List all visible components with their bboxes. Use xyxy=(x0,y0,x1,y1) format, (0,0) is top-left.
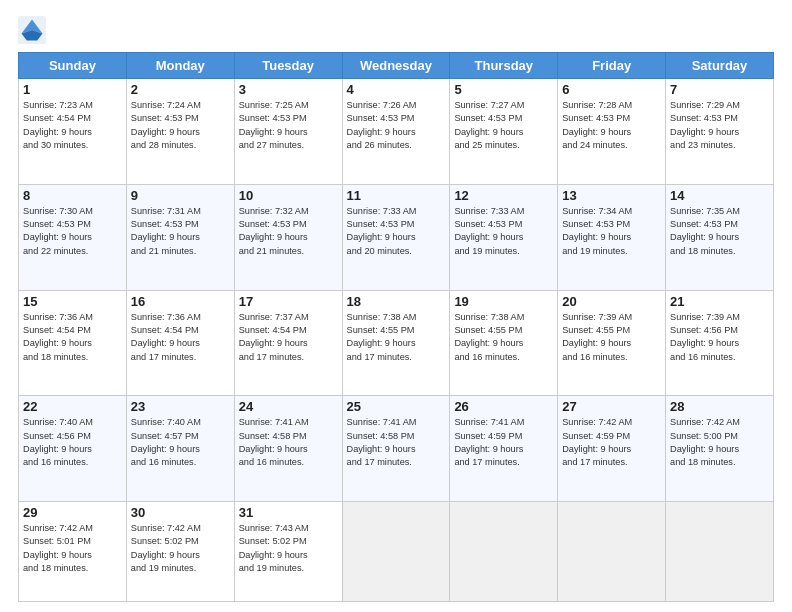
calendar-cell: 2Sunrise: 7:24 AM Sunset: 4:53 PM Daylig… xyxy=(126,79,234,185)
day-number: 22 xyxy=(23,399,122,414)
day-number: 28 xyxy=(670,399,769,414)
calendar-cell: 4Sunrise: 7:26 AM Sunset: 4:53 PM Daylig… xyxy=(342,79,450,185)
calendar-cell: 16Sunrise: 7:36 AM Sunset: 4:54 PM Dayli… xyxy=(126,290,234,396)
day-number: 2 xyxy=(131,82,230,97)
day-info: Sunrise: 7:27 AM Sunset: 4:53 PM Dayligh… xyxy=(454,99,553,152)
day-info: Sunrise: 7:41 AM Sunset: 4:58 PM Dayligh… xyxy=(347,416,446,469)
day-info: Sunrise: 7:42 AM Sunset: 5:00 PM Dayligh… xyxy=(670,416,769,469)
day-info: Sunrise: 7:42 AM Sunset: 4:59 PM Dayligh… xyxy=(562,416,661,469)
day-number: 17 xyxy=(239,294,338,309)
page: SundayMondayTuesdayWednesdayThursdayFrid… xyxy=(0,0,792,612)
calendar-cell: 29Sunrise: 7:42 AM Sunset: 5:01 PM Dayli… xyxy=(19,502,127,602)
day-info: Sunrise: 7:26 AM Sunset: 4:53 PM Dayligh… xyxy=(347,99,446,152)
day-header-monday: Monday xyxy=(126,53,234,79)
header-row: SundayMondayTuesdayWednesdayThursdayFrid… xyxy=(19,53,774,79)
calendar-cell: 10Sunrise: 7:32 AM Sunset: 4:53 PM Dayli… xyxy=(234,184,342,290)
day-number: 31 xyxy=(239,505,338,520)
logo-icon xyxy=(18,16,46,44)
day-number: 4 xyxy=(347,82,446,97)
day-number: 3 xyxy=(239,82,338,97)
header xyxy=(18,16,774,44)
calendar-cell: 9Sunrise: 7:31 AM Sunset: 4:53 PM Daylig… xyxy=(126,184,234,290)
day-number: 1 xyxy=(23,82,122,97)
day-number: 13 xyxy=(562,188,661,203)
calendar-cell: 15Sunrise: 7:36 AM Sunset: 4:54 PM Dayli… xyxy=(19,290,127,396)
day-info: Sunrise: 7:38 AM Sunset: 4:55 PM Dayligh… xyxy=(454,311,553,364)
calendar-week-5: 29Sunrise: 7:42 AM Sunset: 5:01 PM Dayli… xyxy=(19,502,774,602)
calendar-cell: 5Sunrise: 7:27 AM Sunset: 4:53 PM Daylig… xyxy=(450,79,558,185)
calendar-cell: 22Sunrise: 7:40 AM Sunset: 4:56 PM Dayli… xyxy=(19,396,127,502)
calendar-cell: 14Sunrise: 7:35 AM Sunset: 4:53 PM Dayli… xyxy=(666,184,774,290)
calendar-cell: 8Sunrise: 7:30 AM Sunset: 4:53 PM Daylig… xyxy=(19,184,127,290)
day-info: Sunrise: 7:36 AM Sunset: 4:54 PM Dayligh… xyxy=(131,311,230,364)
calendar-cell: 28Sunrise: 7:42 AM Sunset: 5:00 PM Dayli… xyxy=(666,396,774,502)
day-number: 19 xyxy=(454,294,553,309)
day-info: Sunrise: 7:30 AM Sunset: 4:53 PM Dayligh… xyxy=(23,205,122,258)
calendar-cell: 19Sunrise: 7:38 AM Sunset: 4:55 PM Dayli… xyxy=(450,290,558,396)
calendar-cell: 18Sunrise: 7:38 AM Sunset: 4:55 PM Dayli… xyxy=(342,290,450,396)
calendar-cell: 30Sunrise: 7:42 AM Sunset: 5:02 PM Dayli… xyxy=(126,502,234,602)
day-info: Sunrise: 7:35 AM Sunset: 4:53 PM Dayligh… xyxy=(670,205,769,258)
day-number: 5 xyxy=(454,82,553,97)
day-info: Sunrise: 7:41 AM Sunset: 4:59 PM Dayligh… xyxy=(454,416,553,469)
calendar-cell xyxy=(342,502,450,602)
calendar-cell: 11Sunrise: 7:33 AM Sunset: 4:53 PM Dayli… xyxy=(342,184,450,290)
day-number: 10 xyxy=(239,188,338,203)
calendar-cell xyxy=(450,502,558,602)
day-info: Sunrise: 7:34 AM Sunset: 4:53 PM Dayligh… xyxy=(562,205,661,258)
calendar-cell: 17Sunrise: 7:37 AM Sunset: 4:54 PM Dayli… xyxy=(234,290,342,396)
day-number: 20 xyxy=(562,294,661,309)
day-info: Sunrise: 7:33 AM Sunset: 4:53 PM Dayligh… xyxy=(347,205,446,258)
calendar-cell: 26Sunrise: 7:41 AM Sunset: 4:59 PM Dayli… xyxy=(450,396,558,502)
day-number: 9 xyxy=(131,188,230,203)
calendar-cell: 3Sunrise: 7:25 AM Sunset: 4:53 PM Daylig… xyxy=(234,79,342,185)
day-info: Sunrise: 7:32 AM Sunset: 4:53 PM Dayligh… xyxy=(239,205,338,258)
day-number: 24 xyxy=(239,399,338,414)
day-number: 6 xyxy=(562,82,661,97)
day-number: 14 xyxy=(670,188,769,203)
day-header-saturday: Saturday xyxy=(666,53,774,79)
calendar-week-1: 1Sunrise: 7:23 AM Sunset: 4:54 PM Daylig… xyxy=(19,79,774,185)
day-info: Sunrise: 7:43 AM Sunset: 5:02 PM Dayligh… xyxy=(239,522,338,575)
calendar-cell: 6Sunrise: 7:28 AM Sunset: 4:53 PM Daylig… xyxy=(558,79,666,185)
day-info: Sunrise: 7:28 AM Sunset: 4:53 PM Dayligh… xyxy=(562,99,661,152)
calendar-cell: 23Sunrise: 7:40 AM Sunset: 4:57 PM Dayli… xyxy=(126,396,234,502)
day-info: Sunrise: 7:39 AM Sunset: 4:56 PM Dayligh… xyxy=(670,311,769,364)
logo xyxy=(18,16,50,44)
day-info: Sunrise: 7:38 AM Sunset: 4:55 PM Dayligh… xyxy=(347,311,446,364)
day-header-sunday: Sunday xyxy=(19,53,127,79)
day-number: 11 xyxy=(347,188,446,203)
day-header-tuesday: Tuesday xyxy=(234,53,342,79)
day-number: 12 xyxy=(454,188,553,203)
calendar-header: SundayMondayTuesdayWednesdayThursdayFrid… xyxy=(19,53,774,79)
day-number: 15 xyxy=(23,294,122,309)
day-number: 16 xyxy=(131,294,230,309)
day-number: 29 xyxy=(23,505,122,520)
calendar-cell: 27Sunrise: 7:42 AM Sunset: 4:59 PM Dayli… xyxy=(558,396,666,502)
calendar-cell: 24Sunrise: 7:41 AM Sunset: 4:58 PM Dayli… xyxy=(234,396,342,502)
day-header-thursday: Thursday xyxy=(450,53,558,79)
calendar-cell: 31Sunrise: 7:43 AM Sunset: 5:02 PM Dayli… xyxy=(234,502,342,602)
day-info: Sunrise: 7:29 AM Sunset: 4:53 PM Dayligh… xyxy=(670,99,769,152)
calendar-table: SundayMondayTuesdayWednesdayThursdayFrid… xyxy=(18,52,774,602)
day-info: Sunrise: 7:23 AM Sunset: 4:54 PM Dayligh… xyxy=(23,99,122,152)
day-number: 18 xyxy=(347,294,446,309)
day-number: 25 xyxy=(347,399,446,414)
day-info: Sunrise: 7:42 AM Sunset: 5:01 PM Dayligh… xyxy=(23,522,122,575)
day-info: Sunrise: 7:24 AM Sunset: 4:53 PM Dayligh… xyxy=(131,99,230,152)
day-number: 27 xyxy=(562,399,661,414)
calendar-cell: 25Sunrise: 7:41 AM Sunset: 4:58 PM Dayli… xyxy=(342,396,450,502)
calendar-cell: 20Sunrise: 7:39 AM Sunset: 4:55 PM Dayli… xyxy=(558,290,666,396)
day-info: Sunrise: 7:31 AM Sunset: 4:53 PM Dayligh… xyxy=(131,205,230,258)
day-info: Sunrise: 7:40 AM Sunset: 4:57 PM Dayligh… xyxy=(131,416,230,469)
day-info: Sunrise: 7:39 AM Sunset: 4:55 PM Dayligh… xyxy=(562,311,661,364)
calendar-cell xyxy=(666,502,774,602)
day-number: 21 xyxy=(670,294,769,309)
calendar-week-2: 8Sunrise: 7:30 AM Sunset: 4:53 PM Daylig… xyxy=(19,184,774,290)
day-header-friday: Friday xyxy=(558,53,666,79)
calendar-cell: 7Sunrise: 7:29 AM Sunset: 4:53 PM Daylig… xyxy=(666,79,774,185)
day-header-wednesday: Wednesday xyxy=(342,53,450,79)
day-number: 8 xyxy=(23,188,122,203)
calendar-body: 1Sunrise: 7:23 AM Sunset: 4:54 PM Daylig… xyxy=(19,79,774,602)
day-number: 26 xyxy=(454,399,553,414)
